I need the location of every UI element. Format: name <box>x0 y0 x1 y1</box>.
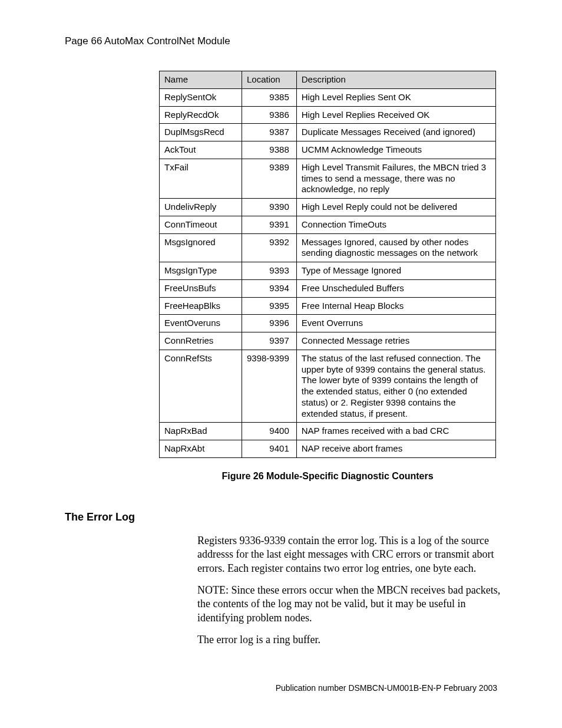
paragraph: Registers 9336-9339 contain the error lo… <box>197 534 504 575</box>
page-footer: Publication number DSMBCN-UM001B-EN-P Fe… <box>276 683 497 693</box>
cell-name: ConnTimeout <box>160 216 242 233</box>
table-row: ReplySentOk 9385 High Level Replies Sent… <box>160 88 496 106</box>
cell-name: ReplyRecdOk <box>160 106 242 124</box>
cell-name: MsgsIgnored <box>160 233 242 262</box>
cell-location: 9400 <box>242 423 297 440</box>
cell-name: MsgsIgnType <box>160 262 242 280</box>
cell-location: 9398-9399 <box>242 350 297 423</box>
cell-description: NAP frames received with a bad CRC <box>296 423 495 440</box>
cell-location: 9392 <box>242 233 297 262</box>
cell-description: NAP receive abort frames <box>296 440 495 458</box>
table-row: UndelivReply 9390 High Level Reply could… <box>160 199 496 216</box>
body-text: Registers 9336-9339 contain the error lo… <box>197 534 504 647</box>
cell-location: 9390 <box>242 199 297 216</box>
table-row: NapRxBad 9400 NAP frames received with a… <box>160 423 496 440</box>
cell-description: High Level Transmit Failures, the MBCN t… <box>296 159 495 198</box>
cell-name: ReplySentOk <box>160 88 242 106</box>
paragraph: The error log is a ring buffer. <box>197 633 504 647</box>
cell-name: NapRxAbt <box>160 440 242 458</box>
cell-name: ConnRetries <box>160 332 242 350</box>
cell-description: Duplicate Messages Received (and ignored… <box>296 124 495 141</box>
diagnostic-table-wrap: Name Location Description ReplySentOk 93… <box>159 71 497 458</box>
cell-description: Free Internal Heap Blocks <box>296 297 495 315</box>
cell-description: Messages Ignored, caused by other nodes … <box>296 233 495 262</box>
cell-description: Event Overruns <box>296 315 495 332</box>
cell-description: High Level Replies Sent OK <box>296 88 495 106</box>
cell-location: 9394 <box>242 279 297 297</box>
cell-location: 9386 <box>242 106 297 124</box>
page: Page 66 AutoMax ControlNet Module Name L… <box>0 0 562 728</box>
cell-description: Connected Message retries <box>296 332 495 350</box>
cell-description: The status of the last refused connectio… <box>296 350 495 423</box>
cell-name: UndelivReply <box>160 199 242 216</box>
cell-location: 9401 <box>242 440 297 458</box>
table-row: TxFail 9389 High Level Transmit Failures… <box>160 159 496 198</box>
diagnostic-table: Name Location Description ReplySentOk 93… <box>159 71 496 458</box>
cell-name: AckTout <box>160 141 242 159</box>
cell-description: High Level Replies Received OK <box>296 106 495 124</box>
table-row: FreeUnsBufs 9394 Free Unscheduled Buffer… <box>160 279 496 297</box>
table-row: DuplMsgsRecd 9387 Duplicate Messages Rec… <box>160 124 496 141</box>
col-description: Description <box>296 71 495 89</box>
cell-description: High Level Reply could not be delivered <box>296 199 495 216</box>
paragraph: NOTE: Since these errors occur when the … <box>197 584 504 625</box>
table-head-row: Name Location Description <box>160 71 496 89</box>
table-row: MsgsIgnType 9393 Type of Message Ignored <box>160 262 496 280</box>
cell-location: 9391 <box>242 216 297 233</box>
cell-name: ConnRefSts <box>160 350 242 423</box>
table-row: ReplyRecdOk 9386 High Level Replies Rece… <box>160 106 496 124</box>
cell-description: UCMM Acknowledge Timeouts <box>296 141 495 159</box>
cell-location: 9389 <box>242 159 297 198</box>
cell-location: 9387 <box>242 124 297 141</box>
page-header: Page 66 AutoMax ControlNet Module <box>65 35 497 47</box>
cell-location: 9388 <box>242 141 297 159</box>
col-name: Name <box>160 71 242 89</box>
cell-name: NapRxBad <box>160 423 242 440</box>
table-row: FreeHeapBlks 9395 Free Internal Heap Blo… <box>160 297 496 315</box>
figure-caption: Figure 26 Module-Specific Diagnostic Cou… <box>159 471 496 482</box>
cell-location: 9396 <box>242 315 297 332</box>
table-row: NapRxAbt 9401 NAP receive abort frames <box>160 440 496 458</box>
cell-description: Type of Message Ignored <box>296 262 495 280</box>
cell-description: Free Unscheduled Buffers <box>296 279 495 297</box>
table-row: ConnRetries 9397 Connected Message retri… <box>160 332 496 350</box>
cell-description: Connection TimeOuts <box>296 216 495 233</box>
cell-location: 9397 <box>242 332 297 350</box>
table-row: ConnRefSts 9398-9399 The status of the l… <box>160 350 496 423</box>
table-row: EventOveruns 9396 Event Overruns <box>160 315 496 332</box>
cell-name: DuplMsgsRecd <box>160 124 242 141</box>
cell-name: FreeHeapBlks <box>160 297 242 315</box>
table-row: MsgsIgnored 9392 Messages Ignored, cause… <box>160 233 496 262</box>
section-heading: The Error Log <box>65 511 497 523</box>
table-row: ConnTimeout 9391 Connection TimeOuts <box>160 216 496 233</box>
cell-name: EventOveruns <box>160 315 242 332</box>
cell-name: TxFail <box>160 159 242 198</box>
col-location: Location <box>242 71 297 89</box>
table-row: AckTout 9388 UCMM Acknowledge Timeouts <box>160 141 496 159</box>
cell-name: FreeUnsBufs <box>160 279 242 297</box>
cell-location: 9395 <box>242 297 297 315</box>
cell-location: 9385 <box>242 88 297 106</box>
cell-location: 9393 <box>242 262 297 280</box>
